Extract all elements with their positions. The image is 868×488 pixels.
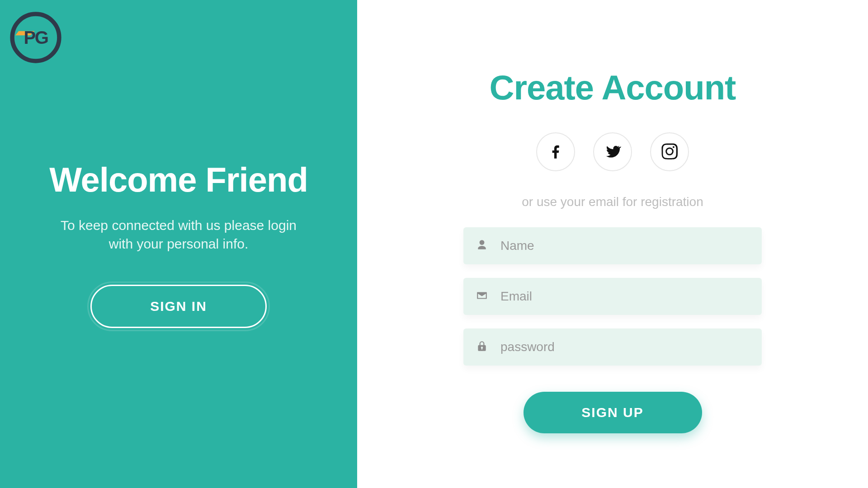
sign-up-button[interactable]: SIGN UP [524, 392, 702, 433]
twitter-icon [604, 143, 621, 161]
signup-panel: Create Account or use your email for reg… [357, 0, 868, 488]
brand-logo-text: PG [24, 28, 47, 48]
password-input[interactable] [500, 340, 749, 354]
facebook-login-button[interactable] [536, 132, 575, 171]
welcome-subtitle: To keep connected with us please login w… [52, 216, 305, 253]
or-use-email-text: or use your email for registration [522, 195, 703, 209]
email-input[interactable] [500, 289, 749, 304]
email-field[interactable] [463, 278, 762, 315]
twitter-login-button[interactable] [593, 132, 632, 171]
password-field[interactable] [463, 328, 762, 366]
welcome-panel: PG Welcome Friend To keep connected with… [0, 0, 357, 488]
create-account-title: Create Account [490, 68, 736, 107]
instagram-icon [661, 143, 678, 161]
envelope-icon [476, 290, 500, 303]
name-field[interactable] [463, 227, 762, 264]
welcome-title: Welcome Friend [49, 160, 308, 199]
brand-logo: PG [9, 11, 62, 64]
sign-in-button[interactable]: SIGN IN [90, 285, 267, 328]
social-login-row [536, 132, 689, 171]
name-input[interactable] [500, 239, 749, 253]
instagram-login-button[interactable] [650, 132, 689, 171]
user-icon [476, 239, 500, 253]
lock-icon [476, 340, 500, 354]
facebook-icon [547, 143, 564, 161]
